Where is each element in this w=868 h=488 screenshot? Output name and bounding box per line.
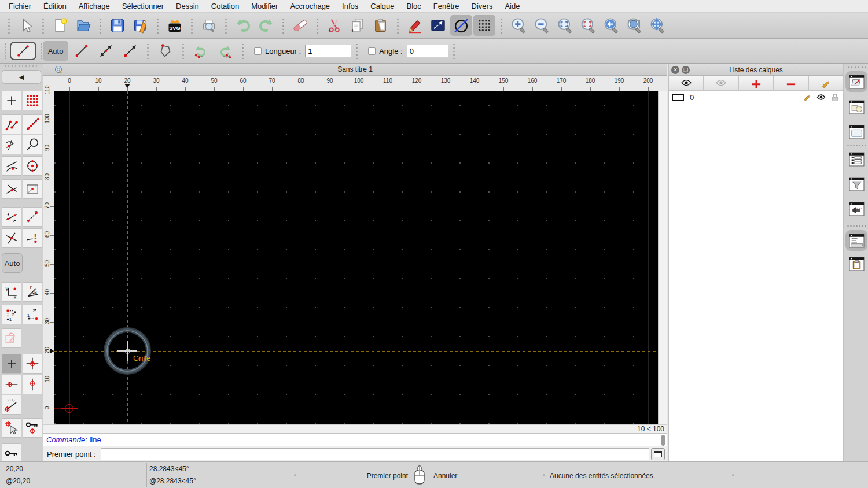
show-all-layers-button[interactable] xyxy=(669,76,704,90)
restrict-vertical-button[interactable] xyxy=(23,375,42,394)
layer-lock-icon[interactable] xyxy=(830,93,840,101)
undo-button[interactable] xyxy=(232,15,254,36)
command-input[interactable] xyxy=(101,448,649,460)
open-file-button[interactable] xyxy=(72,15,94,36)
snap-perpendicular-button[interactable] xyxy=(2,135,21,154)
save-as-button[interactable] xyxy=(130,15,152,36)
menu-bloc[interactable]: Bloc xyxy=(406,2,421,10)
length-input[interactable] xyxy=(305,45,351,57)
zoom-in-button[interactable] xyxy=(507,15,529,36)
menu-aide[interactable]: Aide xyxy=(505,2,520,10)
delete-eraser-button[interactable] xyxy=(289,15,311,36)
add-layer-button[interactable] xyxy=(739,76,774,90)
save-button[interactable] xyxy=(106,15,128,36)
toolbar-handle[interactable] xyxy=(847,66,866,69)
angle-input[interactable] xyxy=(407,45,448,57)
snap-free-button[interactable] xyxy=(2,91,21,110)
line-2p-button[interactable] xyxy=(69,41,94,61)
dock-console-button[interactable] xyxy=(847,200,866,217)
zoom-window-button[interactable] xyxy=(623,15,645,36)
snap-distance-2-button[interactable]: 12 xyxy=(23,207,42,227)
menu-edition[interactable]: Édition xyxy=(43,2,67,10)
layer-visible-icon[interactable] xyxy=(816,93,826,101)
menu-divers[interactable]: Divers xyxy=(472,2,493,10)
restrict-nothing-button[interactable] xyxy=(2,354,21,374)
close-polyline-button[interactable] xyxy=(153,41,178,61)
coord-cartesian-button[interactable]: yx xyxy=(2,282,21,302)
keyboard-toggle-button[interactable] xyxy=(651,448,665,460)
dock-block-list-button[interactable] xyxy=(847,98,866,116)
menu-calque[interactable]: Calque xyxy=(370,2,394,10)
snap-reference-button[interactable] xyxy=(23,179,42,199)
menu-affichage[interactable]: Affichage xyxy=(79,2,110,10)
snap-intersection-manual-button[interactable]: ! xyxy=(23,228,42,248)
snap-endpoints-button[interactable] xyxy=(2,114,21,134)
zoom-pan-button[interactable] xyxy=(646,15,668,36)
copy-button[interactable] xyxy=(347,15,369,36)
select-window-button[interactable] xyxy=(427,15,449,36)
relative-zero-key-button[interactable] xyxy=(2,443,21,463)
snap-intersection-button[interactable] xyxy=(2,228,21,248)
draft-mode-button[interactable] xyxy=(450,15,472,36)
drawing-window-titlebar[interactable]: Sans titre 1 xyxy=(43,64,667,76)
layer-panel-titlebar[interactable]: ✕ ❐ Liste des calques xyxy=(669,64,843,76)
line-both-arrows-button[interactable] xyxy=(94,41,118,61)
print-preview-button[interactable] xyxy=(198,15,220,36)
auto-snap-button[interactable]: Auto xyxy=(43,41,68,61)
line-arrow-button[interactable] xyxy=(118,41,142,61)
redo-button[interactable] xyxy=(255,15,277,36)
command-scroll-thumb[interactable] xyxy=(661,435,665,446)
export-svg-button[interactable]: SVG xyxy=(164,15,186,36)
dock-clipboard-button[interactable] xyxy=(847,255,866,272)
menu-dessin[interactable]: Dessin xyxy=(176,2,199,10)
edit-layer-button[interactable] xyxy=(809,76,843,90)
snap-middle-button[interactable] xyxy=(2,179,21,199)
undo-segment-button[interactable] xyxy=(189,41,213,61)
snap-on-circle-button[interactable] xyxy=(23,135,42,154)
dock-layer-list-button[interactable] xyxy=(847,73,866,90)
cut-button[interactable] xyxy=(323,15,345,36)
hide-all-layers-button[interactable] xyxy=(704,76,738,90)
rel-cartesian-button[interactable]: 21 xyxy=(2,305,21,324)
menu-accrochage[interactable]: Accrochage xyxy=(290,2,330,10)
menu-selectionner[interactable]: Sélectionner xyxy=(122,2,164,10)
grid-toggle-button[interactable] xyxy=(473,15,495,36)
new-document-button[interactable] xyxy=(49,15,71,36)
menu-fichier[interactable]: Fichier xyxy=(9,2,31,10)
toolbar-handle[interactable] xyxy=(8,17,10,34)
set-relative-zero-button[interactable] xyxy=(2,418,21,438)
snap-auto-button[interactable]: Auto xyxy=(2,253,23,273)
redo-segment-button[interactable] xyxy=(213,41,237,61)
layer-row[interactable]: 0 xyxy=(669,91,843,103)
zoom-previous-button[interactable] xyxy=(600,15,622,36)
menu-cotation[interactable]: Cotation xyxy=(211,2,239,10)
dock-entity-list-button[interactable] xyxy=(847,150,866,168)
menu-infos[interactable]: Infos xyxy=(342,2,358,10)
zoom-auto-button[interactable] xyxy=(554,15,576,36)
vertical-scrollbar[interactable] xyxy=(658,91,667,424)
paste-button[interactable] xyxy=(370,15,392,36)
restrict-horizontal-button[interactable] xyxy=(2,375,21,394)
drawing-canvas[interactable]: Grille xyxy=(54,91,658,424)
snap-distance-1-button[interactable] xyxy=(2,207,21,227)
dock-filter-button[interactable] xyxy=(847,175,866,193)
snap-tangent-button[interactable] xyxy=(2,156,21,176)
draft-pen-button[interactable] xyxy=(404,15,426,36)
coord-polar-button[interactable]: ra xyxy=(23,282,42,302)
dock-library-browser-button[interactable] xyxy=(847,123,866,141)
restrict-orthogonal-button[interactable] xyxy=(23,354,42,374)
snap-on-entity-button[interactable] xyxy=(23,114,42,134)
angle-checkbox[interactable] xyxy=(368,47,376,55)
toolbar-handle[interactable] xyxy=(3,43,6,59)
snap-grid-button[interactable] xyxy=(23,91,42,110)
lock-relative-zero-button[interactable] xyxy=(23,418,42,438)
collapse-toolbar-button[interactable]: ◀ xyxy=(2,70,41,84)
layer-edit-icon[interactable] xyxy=(803,93,812,101)
remove-layer-button[interactable] xyxy=(774,76,808,90)
rel-polar-button[interactable]: 12 xyxy=(23,305,42,324)
menu-modifier[interactable]: Modifier xyxy=(251,2,278,10)
length-checkbox[interactable] xyxy=(254,47,262,55)
menu-fenetre[interactable]: Fenêtre xyxy=(433,2,459,10)
snap-angle-button[interactable] xyxy=(2,395,21,415)
select-order-button[interactable] xyxy=(2,328,21,348)
